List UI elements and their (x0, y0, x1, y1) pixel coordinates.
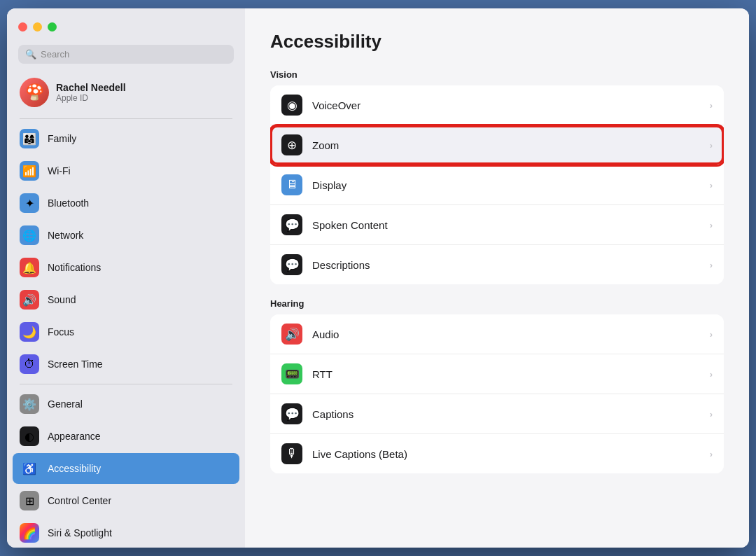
row-label-spoken: Spoken Content (312, 219, 700, 231)
settings-row-captions[interactable]: 💬Captions› (270, 394, 724, 434)
sidebar-item-sound[interactable]: 🔊Sound (13, 284, 239, 315)
chevron-spoken: › (710, 220, 713, 230)
settings-group-hearing: 🔊Audio›📟RTT›💬Captions›🎙Live Captions (Be… (270, 314, 724, 473)
sidebar-item-siri[interactable]: 🌈Siri & Spotlight (13, 517, 239, 548)
sidebar-label-general: General (48, 398, 83, 410)
sidebar-label-sound: Sound (48, 294, 76, 305)
section-header-hearing: Hearing (270, 298, 724, 309)
sidebar-item-network[interactable]: 🌐Network (13, 220, 239, 251)
bluetooth-icon: ✦ (20, 193, 39, 213)
settings-row-rtt[interactable]: 📟RTT› (270, 354, 724, 394)
chevron-descriptions: › (710, 260, 713, 270)
sidebar-divider-1 (20, 118, 232, 119)
controlcenter-icon: ⊞ (20, 491, 39, 510)
user-profile-item[interactable]: 🍄 Rachel Needell Apple ID (13, 72, 239, 113)
chevron-captions: › (710, 409, 713, 419)
row-label-voiceover: VoiceOver (312, 99, 700, 111)
sections-container: Vision◉VoiceOver›⊕Zoom›🖥Display›💬Spoken … (270, 69, 724, 473)
sidebar-item-bluetooth[interactable]: ✦Bluetooth (13, 188, 239, 218)
user-name: Rachel Needell (56, 82, 126, 93)
settings-row-display[interactable]: 🖥Display› (270, 165, 724, 205)
chevron-audio: › (710, 329, 713, 340)
chevron-zoom: › (710, 140, 713, 151)
sidebar-label-controlcenter: Control Center (48, 495, 111, 506)
sidebar-label-focus: Focus (48, 326, 74, 338)
captions-icon: 💬 (281, 403, 302, 424)
sidebar-item-screentime[interactable]: ⏱Screen Time (13, 349, 239, 380)
appearance-icon: ◐ (20, 426, 39, 446)
maximize-button[interactable] (48, 22, 57, 32)
sidebar-label-family: Family (48, 133, 76, 144)
sidebar-items: 👨‍👩‍👧Family📶Wi-Fi✦Bluetooth🌐Network🔔Noti… (13, 123, 239, 548)
wifi-icon: 📶 (20, 161, 39, 181)
family-icon: 👨‍👩‍👧 (20, 129, 39, 148)
page-title: Accessibility (270, 31, 724, 53)
sidebar-label-appearance: Appearance (48, 431, 101, 442)
close-button[interactable] (18, 22, 27, 32)
settings-window: 🔍 Search 🍄 Rachel Needell Apple ID 👨‍👩‍👧… (7, 8, 749, 548)
chevron-rtt: › (710, 369, 713, 380)
avatar: 🍄 (20, 78, 49, 107)
sidebar-label-siri: Siri & Spotlight (48, 527, 112, 538)
sidebar: 🔍 Search 🍄 Rachel Needell Apple ID 👨‍👩‍👧… (7, 8, 245, 548)
section-header-vision: Vision (270, 69, 724, 80)
main-content: Accessibility Vision◉VoiceOver›⊕Zoom›🖥Di… (245, 8, 749, 548)
notifications-icon: 🔔 (20, 258, 39, 277)
siri-icon: 🌈 (20, 523, 39, 543)
descriptions-icon: 💬 (281, 254, 302, 275)
settings-group-vision: ◉VoiceOver›⊕Zoom›🖥Display›💬Spoken Conten… (270, 85, 724, 284)
sidebar-label-accessibility: Accessibility (48, 463, 101, 474)
sidebar-label-network: Network (48, 230, 83, 241)
livecaptions-icon: 🎙 (281, 443, 302, 464)
chevron-display: › (710, 180, 713, 190)
display-icon: 🖥 (281, 174, 302, 195)
sidebar-item-general[interactable]: ⚙️General (13, 389, 239, 419)
settings-row-spoken[interactable]: 💬Spoken Content› (270, 205, 724, 245)
network-icon: 🌐 (20, 225, 39, 245)
row-label-descriptions: Descriptions (312, 259, 700, 271)
screentime-icon: ⏱ (20, 354, 39, 374)
row-label-captions: Captions (312, 408, 700, 420)
voiceover-icon: ◉ (281, 95, 302, 116)
accessibility-icon: ♿ (20, 459, 39, 478)
row-label-display: Display (312, 179, 700, 191)
sidebar-item-focus[interactable]: 🌙Focus (13, 317, 239, 347)
spoken-icon: 💬 (281, 214, 302, 235)
titlebar (7, 8, 245, 45)
row-label-livecaptions: Live Captions (Beta) (312, 448, 700, 460)
sidebar-label-screentime: Screen Time (48, 359, 103, 370)
focus-icon: 🌙 (20, 322, 39, 342)
settings-row-livecaptions[interactable]: 🎙Live Captions (Beta)› (270, 434, 724, 473)
sidebar-item-wifi[interactable]: 📶Wi-Fi (13, 155, 239, 186)
minimize-button[interactable] (33, 22, 42, 32)
sidebar-scroll: 🍄 Rachel Needell Apple ID 👨‍👩‍👧Family📶Wi… (7, 72, 245, 548)
search-icon: 🔍 (25, 49, 36, 60)
sidebar-item-family[interactable]: 👨‍👩‍👧Family (13, 123, 239, 154)
sidebar-divider-2 (20, 384, 232, 384)
general-icon: ⚙️ (20, 394, 39, 414)
rtt-icon: 📟 (281, 363, 302, 384)
settings-row-zoom[interactable]: ⊕Zoom› (270, 125, 724, 165)
search-bar[interactable]: 🔍 Search (18, 45, 234, 64)
sound-icon: 🔊 (20, 290, 39, 310)
sidebar-item-accessibility[interactable]: ♿Accessibility (13, 453, 239, 484)
chevron-voiceover: › (710, 100, 713, 111)
sidebar-label-notifications: Notifications (48, 262, 101, 273)
row-label-rtt: RTT (312, 368, 700, 380)
sidebar-label-bluetooth: Bluetooth (48, 197, 89, 209)
sidebar-item-appearance[interactable]: ◐Appearance (13, 421, 239, 452)
chevron-livecaptions: › (710, 449, 713, 459)
sidebar-item-notifications[interactable]: 🔔Notifications (13, 252, 239, 283)
sidebar-item-controlcenter[interactable]: ⊞Control Center (13, 485, 239, 516)
search-placeholder: Search (41, 49, 69, 60)
settings-row-voiceover[interactable]: ◉VoiceOver› (270, 85, 724, 125)
row-label-zoom: Zoom (312, 139, 700, 151)
row-label-audio: Audio (312, 328, 700, 340)
settings-row-audio[interactable]: 🔊Audio› (270, 314, 724, 354)
settings-row-descriptions[interactable]: 💬Descriptions› (270, 245, 724, 284)
user-subtitle: Apple ID (56, 93, 126, 103)
sidebar-label-wifi: Wi-Fi (48, 165, 71, 176)
audio-icon: 🔊 (281, 324, 302, 345)
zoom-icon: ⊕ (281, 134, 302, 155)
